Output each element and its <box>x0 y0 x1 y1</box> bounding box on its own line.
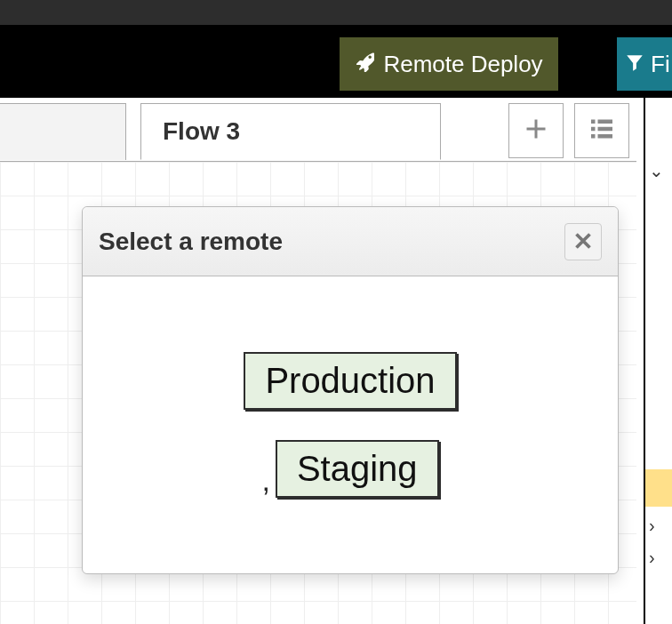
list-icon <box>591 118 612 143</box>
svg-rect-0 <box>591 120 596 124</box>
tab-label: Flow 3 <box>163 117 240 146</box>
remote-option-label: Staging <box>297 449 418 488</box>
svg-rect-3 <box>598 127 613 132</box>
plus-icon <box>525 118 547 143</box>
tab-list-button[interactable] <box>574 103 629 158</box>
filter-button[interactable]: Fi <box>617 37 672 91</box>
tab-bar: Flow 3 <box>0 103 636 162</box>
tab-previous-fragment[interactable] <box>0 103 126 160</box>
add-tab-button[interactable] <box>508 103 564 158</box>
svg-rect-1 <box>598 120 613 124</box>
modal-header: Select a remote <box>83 207 618 276</box>
svg-rect-5 <box>598 134 613 139</box>
svg-rect-2 <box>591 127 596 132</box>
funnel-icon <box>626 51 644 78</box>
modal-close-button[interactable] <box>564 223 602 260</box>
separator-text: , <box>261 463 269 498</box>
remote-deploy-button[interactable]: Remote Deploy <box>340 37 558 91</box>
rocket-icon <box>355 51 374 78</box>
window-chrome-bar <box>0 0 672 25</box>
filter-label-partial: Fi <box>651 51 670 78</box>
svg-rect-4 <box>591 134 596 139</box>
main-toolbar <box>0 25 672 98</box>
side-panel-highlight <box>645 469 672 507</box>
remote-option-row: , Staging <box>261 440 438 498</box>
side-panel: ⌄ › › <box>644 98 672 624</box>
select-remote-modal: Select a remote Production , Staging <box>82 206 619 574</box>
tab-flow-3[interactable]: Flow 3 <box>140 103 441 160</box>
close-icon <box>574 228 592 256</box>
modal-body: Production , Staging <box>83 276 618 573</box>
chevron-down-icon[interactable]: ⌄ <box>649 160 664 181</box>
modal-title: Select a remote <box>99 228 283 256</box>
remote-option-production[interactable]: Production <box>244 352 456 410</box>
remote-option-staging[interactable]: Staging <box>276 440 439 498</box>
remote-option-label: Production <box>265 361 435 400</box>
remote-deploy-label: Remote Deploy <box>383 51 542 78</box>
chevron-right-icon[interactable]: › <box>649 516 655 536</box>
chevron-right-icon[interactable]: › <box>649 548 655 568</box>
